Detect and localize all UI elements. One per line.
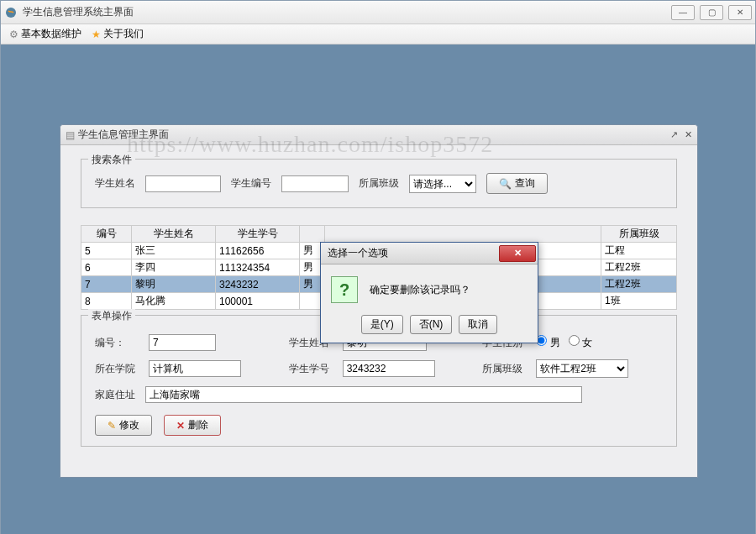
col-hidden xyxy=(325,226,601,243)
radio-female[interactable] xyxy=(569,335,580,346)
main-window: 学生信息管理系统主界面 — ▢ ✕ ⚙ 基本数据维护 ★ 关于我们 https:… xyxy=(0,0,756,534)
main-titlebar: 学生信息管理系统主界面 — ▢ ✕ xyxy=(1,1,755,24)
star-icon: ★ xyxy=(92,29,101,40)
search-id-input[interactable] xyxy=(281,175,349,192)
radio-male-label: 男 xyxy=(550,337,560,348)
dialog-titlebar: 选择一个选项 ✕ xyxy=(321,243,538,264)
dialog-cancel-button[interactable]: 取消 xyxy=(459,315,497,334)
table-cell: 工程 xyxy=(601,243,677,259)
radio-female-label: 女 xyxy=(582,337,592,348)
form-college-label: 所在学院 xyxy=(95,362,135,376)
dialog-close-button[interactable]: ✕ xyxy=(499,245,536,262)
dialog-no-button[interactable]: 否(N) xyxy=(410,315,453,334)
table-cell: 111324354 xyxy=(216,259,300,276)
internal-restore-button[interactable]: ↗ xyxy=(670,129,678,140)
form-sid-label: 学生学号 xyxy=(289,362,329,376)
maximize-button[interactable]: ▢ xyxy=(700,5,723,20)
delete-button-label: 删除 xyxy=(188,418,208,432)
internal-titlebar: ▤ 学生信息管理主界面 ↗ ✕ xyxy=(60,125,697,145)
search-class-label: 所属班级 xyxy=(359,176,399,191)
dialog-yes-button[interactable]: 是(Y) xyxy=(361,315,403,334)
search-name-label: 学生姓名 xyxy=(95,176,135,191)
table-header-row: 编号 学生姓名 学生学号 所属班级 xyxy=(81,226,677,243)
table-cell: 7 xyxy=(81,276,132,293)
table-cell: 工程2班 xyxy=(601,276,677,293)
menu-about-label: 关于我们 xyxy=(103,27,144,41)
internal-close-button[interactable]: ✕ xyxy=(685,129,692,140)
dialog-no-label: 否(N) xyxy=(419,317,444,332)
radio-male-wrap[interactable]: 男 xyxy=(536,335,559,350)
search-icon: 🔍 xyxy=(499,178,512,190)
menu-data-maintenance-label: 基本数据维护 xyxy=(21,27,81,41)
table-cell: 11162656 xyxy=(216,243,300,259)
modify-button[interactable]: ✎ 修改 xyxy=(95,415,152,436)
internal-title: 学生信息管理主界面 xyxy=(78,128,670,142)
java-icon xyxy=(4,6,18,19)
table-cell: 黎明 xyxy=(132,276,216,293)
delete-button[interactable]: ✕ 删除 xyxy=(164,415,221,436)
dialog-yes-label: 是(Y) xyxy=(370,317,394,332)
table-cell: 8 xyxy=(81,293,132,310)
table-cell: 3243232 xyxy=(216,276,300,293)
main-title: 学生信息管理系统主界面 xyxy=(23,5,671,19)
modify-button-label: 修改 xyxy=(119,418,139,432)
window-controls: — ▢ ✕ xyxy=(671,5,752,20)
form-no-input[interactable] xyxy=(149,334,216,351)
minimize-button[interactable]: — xyxy=(671,5,695,20)
col-no: 编号 xyxy=(81,226,132,243)
table-cell: 李四 xyxy=(132,259,216,276)
doc-icon: ▤ xyxy=(66,129,75,141)
gear-icon: ⚙ xyxy=(9,29,18,40)
col-sex xyxy=(300,226,325,243)
col-class: 所属班级 xyxy=(601,226,677,243)
delete-x-icon: ✕ xyxy=(176,420,185,432)
menu-about[interactable]: ★ 关于我们 xyxy=(88,25,147,43)
dialog-cancel-label: 取消 xyxy=(468,317,488,332)
search-name-input[interactable] xyxy=(145,175,221,192)
pencil-icon: ✎ xyxy=(108,420,116,432)
question-icon: ? xyxy=(331,276,358,303)
dialog-message: 确定要删除该记录吗？ xyxy=(370,283,470,297)
menu-data-maintenance[interactable]: ⚙ 基本数据维护 xyxy=(6,25,85,43)
table-cell: 工程2班 xyxy=(601,259,677,276)
col-sid: 学生学号 xyxy=(216,226,300,243)
form-legend: 表单操作 xyxy=(88,309,135,323)
search-id-label: 学生编号 xyxy=(231,176,271,191)
search-button[interactable]: 🔍 查询 xyxy=(486,173,548,194)
close-button[interactable]: ✕ xyxy=(728,5,752,20)
menubar: ⚙ 基本数据维护 ★ 关于我们 xyxy=(1,24,755,44)
search-legend: 搜索条件 xyxy=(88,153,135,167)
form-addr-label: 家庭住址 xyxy=(95,388,135,402)
table-cell: 张三 xyxy=(132,243,216,259)
form-class-select[interactable]: 软件工程2班 xyxy=(536,359,628,378)
search-class-select[interactable]: 请选择... xyxy=(409,175,476,193)
mdi-desktop: https://www.huzhan.com/ishop3572 ▤ 学生信息管… xyxy=(1,44,755,534)
form-addr-input[interactable] xyxy=(145,386,582,403)
table-cell: 6 xyxy=(81,259,132,276)
col-name: 学生姓名 xyxy=(132,226,216,243)
svg-point-0 xyxy=(6,8,16,18)
radio-female-wrap[interactable]: 女 xyxy=(569,335,592,350)
form-no-label: 编号： xyxy=(95,336,135,350)
table-cell: 马化腾 xyxy=(132,293,216,310)
table-cell: 5 xyxy=(81,243,132,259)
form-sid-input[interactable] xyxy=(343,360,435,377)
table-cell: 1班 xyxy=(601,293,677,310)
search-fieldset: 搜索条件 学生姓名 学生编号 所属班级 请选择... 🔍 查询 xyxy=(81,159,677,208)
search-button-label: 查询 xyxy=(515,176,535,191)
form-sex-group: 男 女 xyxy=(536,335,663,350)
dialog-title: 选择一个选项 xyxy=(328,246,499,260)
form-college-input[interactable] xyxy=(149,360,241,377)
form-class-label: 所属班级 xyxy=(482,362,522,376)
table-cell: 100001 xyxy=(216,293,300,310)
confirm-dialog: 选择一个选项 ✕ ? 确定要删除该记录吗？ 是(Y) 否(N) 取消 xyxy=(320,242,538,343)
